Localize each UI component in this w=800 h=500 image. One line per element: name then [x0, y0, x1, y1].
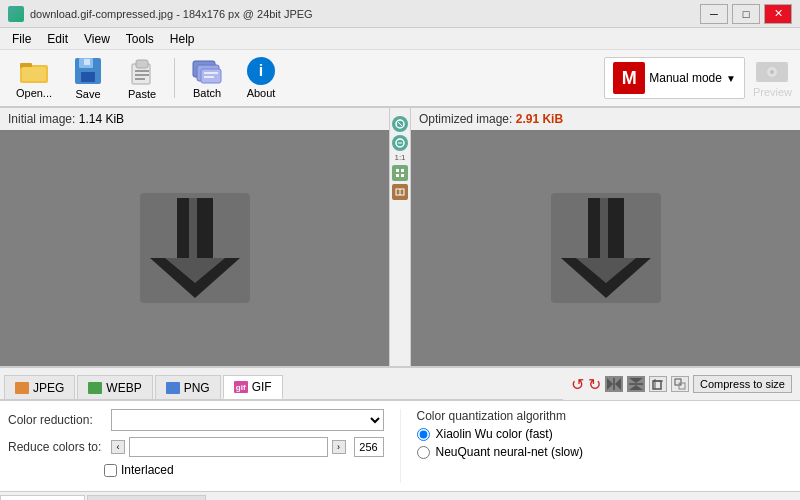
- about-button[interactable]: i About: [235, 53, 287, 103]
- open-folder-svg: [18, 57, 50, 85]
- options-right: Color quantization algorithm Xiaolin Wu …: [400, 409, 793, 483]
- tab-gif-label: GIF: [252, 380, 272, 394]
- algorithm-fast-radio[interactable]: [417, 428, 430, 441]
- svg-rect-6: [84, 59, 90, 65]
- optimized-size: 2.91 KiB: [516, 112, 563, 126]
- about-label: About: [247, 87, 276, 99]
- svg-rect-31: [396, 174, 399, 177]
- maximize-button[interactable]: □: [732, 4, 760, 24]
- svg-rect-29: [396, 169, 399, 172]
- save-svg: [73, 56, 103, 86]
- svg-rect-38: [600, 198, 608, 258]
- titlebar-title: download.gif-compressed.jpg - 184x176 px…: [30, 8, 313, 20]
- svg-point-19: [770, 70, 774, 74]
- zoom-out-icon[interactable]: [392, 135, 408, 151]
- titlebar-left: download.gif-compressed.jpg - 184x176 px…: [8, 6, 313, 22]
- right-toolbar-icons: ↺ ↻ Compress to size: [563, 368, 800, 400]
- reduce-colors-label: Reduce colors to:: [8, 440, 103, 454]
- menu-view[interactable]: View: [76, 30, 118, 48]
- preview-label: Preview: [753, 86, 792, 98]
- batch-icon: [191, 57, 223, 85]
- format-tabs-row: JPEG WEBP PNG gif GIF ↺ ↻ Compr: [0, 368, 800, 401]
- jpeg-icon: [15, 382, 29, 394]
- reduce-colors-row: Reduce colors to: ‹ › 256: [8, 437, 384, 457]
- svg-rect-30: [401, 169, 404, 172]
- preview-button[interactable]: Preview: [753, 58, 792, 98]
- manual-mode-button[interactable]: M Manual mode ▼: [604, 57, 745, 99]
- resize-svg: [674, 378, 686, 390]
- optimized-label-text: Optimized image:: [419, 112, 512, 126]
- flip-h-icon[interactable]: [605, 376, 623, 392]
- flip-v-icon[interactable]: [627, 376, 645, 392]
- menu-file[interactable]: File: [4, 30, 39, 48]
- minimize-button[interactable]: ─: [700, 4, 728, 24]
- titlebar-controls: ─ □ ✕: [700, 4, 792, 24]
- slider-left-arrow[interactable]: ‹: [111, 440, 125, 454]
- interlaced-checkbox[interactable]: [104, 464, 117, 477]
- save-button[interactable]: Save: [62, 53, 114, 103]
- slider-right-arrow[interactable]: ›: [332, 440, 346, 454]
- color-reduction-select[interactable]: [111, 409, 384, 431]
- manual-mode-label: Manual mode: [649, 71, 722, 85]
- open-icon: [18, 57, 50, 85]
- tab-gif[interactable]: gif GIF: [223, 375, 283, 399]
- optimized-image-panel: Optimized image: 2.91 KiB: [411, 108, 800, 366]
- initial-image-panel: Initial image: 1.14 KiB: [0, 108, 389, 366]
- bottom-tabs: GIF Options Image adjustments: [0, 491, 800, 500]
- paste-svg: [128, 56, 156, 86]
- options-left: Color reduction: Reduce colors to: ‹ › 2…: [8, 409, 384, 483]
- zoom-sidebar: 1:1: [389, 108, 411, 366]
- initial-arrow-svg: [135, 188, 255, 308]
- bottom-tab-gif-options[interactable]: GIF Options: [0, 495, 85, 500]
- tab-jpeg[interactable]: JPEG: [4, 375, 75, 399]
- preview-icon: [754, 58, 790, 86]
- svg-rect-46: [653, 381, 661, 389]
- open-button[interactable]: Open...: [8, 53, 60, 103]
- algorithm-slow-radio[interactable]: [417, 446, 430, 459]
- algorithm-fast-option[interactable]: Xiaolin Wu color (fast): [417, 427, 793, 441]
- initial-size: 1.14 KiB: [79, 112, 124, 126]
- compress-to-size-button[interactable]: Compress to size: [693, 375, 792, 393]
- open-label: Open...: [16, 87, 52, 99]
- menu-help[interactable]: Help: [162, 30, 203, 48]
- image-compare-icon[interactable]: [392, 184, 408, 200]
- tab-png[interactable]: PNG: [155, 375, 221, 399]
- svg-rect-8: [136, 60, 148, 68]
- menu-edit[interactable]: Edit: [39, 30, 76, 48]
- redo-icon[interactable]: ↻: [588, 375, 601, 394]
- tab-webp[interactable]: WEBP: [77, 375, 152, 399]
- svg-rect-49: [675, 379, 681, 385]
- crop-svg: [652, 378, 664, 390]
- svg-marker-44: [629, 385, 643, 390]
- toolbar-sep-1: [174, 58, 175, 98]
- toolbar-right: M Manual mode ▼ Preview: [604, 57, 792, 99]
- crop-icon[interactable]: [649, 376, 667, 392]
- close-button[interactable]: ✕: [764, 4, 792, 24]
- svg-rect-50: [679, 383, 685, 389]
- flip-v-svg: [629, 378, 643, 390]
- zoom-fit-icon[interactable]: [392, 116, 408, 132]
- optimized-image-canvas: [411, 130, 800, 366]
- app-icon: [8, 6, 24, 22]
- zoom-fit-svg: [395, 119, 405, 129]
- algorithm-slow-option[interactable]: NeuQuant neural-net (slow): [417, 445, 793, 459]
- webp-icon: [88, 382, 102, 394]
- resize-icon[interactable]: [671, 376, 689, 392]
- flip-h-svg: [607, 378, 621, 390]
- slider-track[interactable]: [129, 437, 328, 457]
- paste-button[interactable]: Paste: [116, 53, 168, 103]
- grid-view-icon[interactable]: [392, 165, 408, 181]
- bottom-tab-image-adjustments[interactable]: Image adjustments: [87, 495, 206, 500]
- batch-button[interactable]: Batch: [181, 53, 233, 103]
- undo-icon[interactable]: ↺: [571, 375, 584, 394]
- compare-svg: [395, 187, 405, 197]
- color-reduction-row: Color reduction:: [8, 409, 384, 431]
- zoom-11-label: 1:1: [394, 154, 405, 162]
- initial-image-canvas: [0, 130, 389, 366]
- svg-rect-15: [204, 72, 218, 74]
- save-label: Save: [75, 88, 100, 100]
- menubar: File Edit View Tools Help: [0, 28, 800, 50]
- color-reduction-label: Color reduction:: [8, 413, 103, 427]
- menu-tools[interactable]: Tools: [118, 30, 162, 48]
- toolbar: Open... Save Paste: [0, 50, 800, 108]
